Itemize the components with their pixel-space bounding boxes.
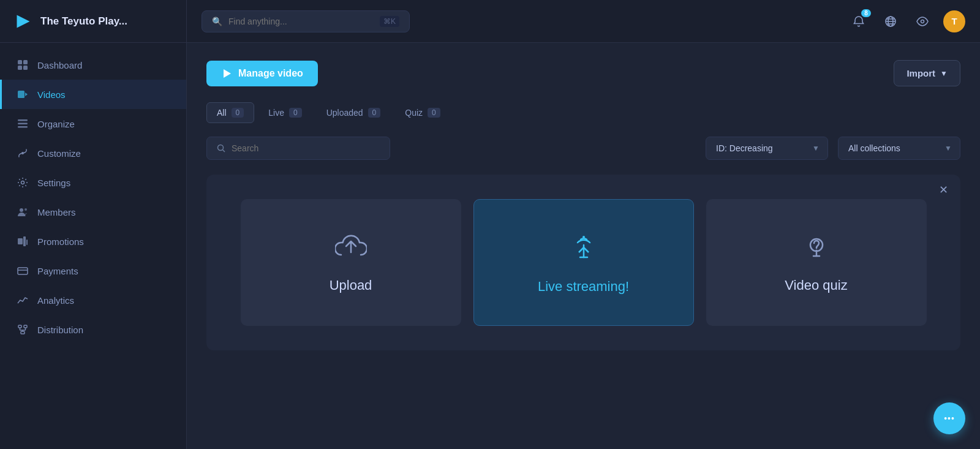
sidebar-item-customize[interactable]: Customize (0, 138, 186, 168)
chat-dots: ••• (944, 413, 955, 423)
videos-icon (17, 88, 29, 100)
svg-point-12 (20, 208, 23, 212)
video-tabs: All 0 Live 0 Uploaded 0 Quiz 0 (206, 102, 960, 123)
tab-all-label: All (217, 108, 227, 118)
members-icon (17, 206, 29, 218)
tab-live[interactable]: Live 0 (258, 102, 312, 123)
svg-rect-8 (18, 123, 28, 125)
upload-card[interactable]: Upload (241, 199, 461, 326)
sidebar-label-analytics: Analytics (37, 295, 74, 306)
svg-point-10 (21, 152, 24, 154)
global-search-bar[interactable]: 🔍 ⌘K (202, 10, 410, 32)
svg-rect-16 (26, 240, 28, 245)
sidebar-label-customize: Customize (37, 148, 81, 159)
avatar-btn[interactable]: T (943, 10, 965, 32)
sidebar-label-videos: Videos (37, 89, 66, 100)
live-streaming-icon (567, 230, 601, 269)
svg-rect-14 (18, 238, 23, 244)
tab-quiz[interactable]: Quiz 0 (394, 102, 450, 123)
search-shortcut: ⌘K (380, 16, 399, 27)
notifications-btn[interactable]: 8 (848, 10, 870, 32)
sidebar-item-distribution[interactable]: Distribution (0, 315, 186, 344)
main-area: 🔍 ⌘K 8 (187, 0, 980, 449)
customize-icon (17, 147, 29, 159)
sidebar-label-distribution: Distribution (37, 325, 83, 335)
filters-row: ID: Decreasing ID: Increasing Name: A-Z … (206, 137, 960, 160)
svg-rect-20 (24, 325, 27, 328)
video-search-input[interactable] (232, 143, 380, 153)
svg-point-40 (582, 236, 585, 238)
video-quiz-label: Video quiz (785, 277, 847, 293)
import-dropdown-icon: ▼ (940, 69, 948, 78)
svg-point-13 (24, 208, 27, 211)
promotions-icon (17, 235, 29, 247)
svg-rect-1 (18, 60, 22, 64)
search-icon: 🔍 (212, 17, 222, 26)
collection-select[interactable]: All collections (838, 137, 960, 160)
svg-rect-9 (18, 126, 28, 128)
video-quiz-card[interactable]: Video quiz (706, 199, 927, 326)
sort-select[interactable]: ID: Decreasing ID: Increasing Name: A-Z … (706, 137, 828, 160)
svg-rect-4 (23, 66, 28, 70)
sidebar-header: The Teyuto Play... (0, 0, 186, 43)
payments-icon (17, 265, 29, 277)
svg-rect-15 (23, 236, 26, 246)
sidebar-item-videos[interactable]: Videos (0, 80, 186, 109)
chat-button[interactable]: ••• (933, 402, 965, 434)
tab-live-count: 0 (289, 108, 302, 118)
upload-cards: Upload (221, 193, 946, 332)
svg-line-34 (223, 150, 225, 153)
video-search-icon (217, 144, 225, 153)
sidebar-item-members[interactable]: Members (0, 197, 186, 227)
tab-quiz-count: 0 (428, 108, 440, 118)
live-streaming-label: Live streaming! (538, 279, 629, 295)
notifications-badge: 8 (861, 9, 871, 17)
globe-btn[interactable] (880, 10, 902, 32)
manage-video-button[interactable]: Manage video (206, 61, 318, 86)
import-btn-label: Import (907, 68, 935, 78)
analytics-icon (17, 294, 29, 306)
dashboard-icon (17, 59, 29, 71)
tab-uploaded[interactable]: Uploaded 0 (316, 102, 391, 123)
svg-marker-0 (17, 15, 30, 28)
sidebar-item-payments[interactable]: Payments (0, 256, 186, 285)
upload-area: ✕ Upload (206, 175, 960, 350)
svg-rect-7 (18, 119, 28, 121)
content-area: Manage video Import ▼ All 0 Live 0 Uploa… (187, 43, 980, 449)
sidebar-item-dashboard[interactable]: Dashboard (0, 50, 186, 80)
sidebar-item-settings[interactable]: Settings (0, 168, 186, 197)
svg-rect-17 (18, 268, 28, 274)
svg-rect-21 (21, 331, 24, 334)
sort-select-wrap: ID: Decreasing ID: Increasing Name: A-Z … (706, 137, 828, 160)
preview-btn[interactable] (911, 10, 933, 32)
sidebar-item-promotions[interactable]: Promotions (0, 227, 186, 256)
topbar: 🔍 ⌘K 8 (187, 0, 980, 43)
global-search-input[interactable] (228, 17, 374, 26)
upload-area-close[interactable]: ✕ (939, 184, 948, 195)
logo-icon (13, 12, 33, 31)
distribution-icon (17, 323, 29, 336)
sidebar-item-analytics[interactable]: Analytics (0, 285, 186, 315)
sidebar-label-organize: Organize (37, 119, 75, 129)
tab-live-label: Live (268, 108, 284, 118)
content-header: Manage video Import ▼ (206, 60, 960, 86)
tab-all-count: 0 (232, 108, 244, 118)
sidebar-label-promotions: Promotions (37, 236, 84, 247)
svg-rect-5 (18, 91, 24, 98)
svg-marker-6 (25, 92, 28, 96)
collection-select-wrap: All collections ▼ (838, 137, 960, 160)
svg-rect-19 (18, 325, 21, 328)
import-button[interactable]: Import ▼ (894, 60, 960, 86)
svg-point-31 (921, 20, 924, 23)
tab-uploaded-label: Uploaded (326, 108, 363, 118)
tab-all[interactable]: All 0 (206, 102, 254, 123)
live-streaming-card[interactable]: Live streaming! (473, 199, 694, 326)
organize-icon (17, 118, 29, 130)
video-search-wrap[interactable] (206, 137, 390, 160)
sidebar-item-organize[interactable]: Organize (0, 109, 186, 138)
upload-card-icon (335, 232, 367, 268)
settings-icon (17, 176, 29, 189)
upload-card-label: Upload (330, 277, 372, 293)
tab-uploaded-count: 0 (368, 108, 381, 118)
sidebar-label-payments: Payments (37, 266, 78, 276)
